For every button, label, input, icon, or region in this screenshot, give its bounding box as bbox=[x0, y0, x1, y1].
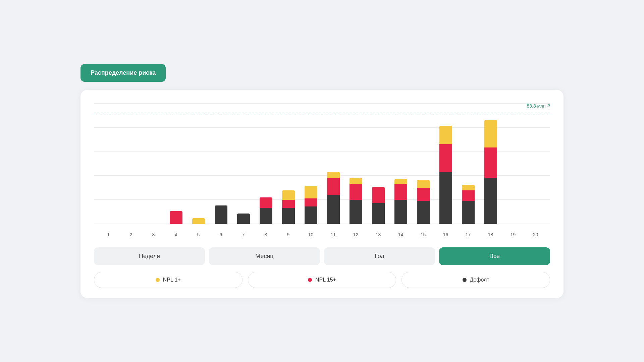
bar-group bbox=[165, 211, 187, 224]
segment-default bbox=[327, 195, 340, 224]
bar-group bbox=[187, 218, 210, 224]
legend-item: NPL 1+ bbox=[94, 272, 243, 288]
x-axis-label: 12 bbox=[344, 232, 367, 237]
legend-item: Дефолт bbox=[401, 272, 550, 288]
bar-stack bbox=[282, 190, 295, 224]
segment-default bbox=[350, 200, 362, 224]
filter-button-год[interactable]: Год bbox=[324, 247, 435, 265]
segment-default bbox=[215, 205, 227, 224]
segment-npl1 bbox=[305, 186, 317, 198]
segment-default bbox=[372, 203, 385, 224]
segment-default bbox=[282, 208, 295, 224]
page-wrapper: Распределение риска 83,8 млн ₽ 123456789… bbox=[80, 64, 564, 298]
bar-stack bbox=[462, 185, 475, 224]
bar-stack bbox=[394, 179, 407, 224]
x-axis-labels: 1234567891011121314151617181920 bbox=[94, 232, 550, 237]
x-axis-label: 4 bbox=[165, 232, 187, 237]
x-axis-label: 8 bbox=[255, 232, 277, 237]
segment-default bbox=[417, 201, 430, 224]
legend-label: Дефолт bbox=[470, 277, 489, 283]
bar-stack bbox=[215, 205, 227, 224]
segment-default bbox=[484, 178, 497, 224]
segment-npl15 bbox=[327, 178, 340, 195]
bar-stack bbox=[372, 187, 385, 224]
bar-stack bbox=[305, 186, 317, 224]
segment-npl15 bbox=[484, 147, 497, 178]
segment-npl1 bbox=[484, 120, 497, 147]
page-title: Распределение риска bbox=[80, 64, 166, 82]
x-axis-label: 20 bbox=[524, 232, 547, 237]
bar-group bbox=[389, 179, 412, 224]
x-axis-label: 9 bbox=[277, 232, 300, 237]
bar-group bbox=[457, 185, 479, 224]
bar-group bbox=[232, 214, 255, 224]
segment-npl15 bbox=[305, 198, 317, 206]
segment-npl15 bbox=[394, 184, 407, 200]
x-axis-label: 14 bbox=[389, 232, 412, 237]
bar-group bbox=[210, 205, 232, 224]
x-axis-label: 15 bbox=[412, 232, 434, 237]
segment-npl15 bbox=[462, 190, 475, 201]
segment-npl15 bbox=[417, 188, 430, 201]
bar-stack bbox=[350, 178, 362, 224]
segment-default bbox=[439, 172, 452, 224]
segment-npl1 bbox=[417, 180, 430, 188]
x-axis-label: 10 bbox=[300, 232, 322, 237]
bar-group bbox=[344, 178, 367, 224]
x-axis-label: 16 bbox=[434, 232, 457, 237]
chart-area: 83,8 млн ₽ 12345678910111213141516171819… bbox=[94, 103, 550, 237]
legend-row: NPL 1+NPL 15+Дефолт bbox=[94, 272, 550, 288]
legend-dot bbox=[156, 278, 160, 282]
legend-dot bbox=[308, 278, 312, 282]
filter-button-месяц[interactable]: Месяц bbox=[209, 247, 320, 265]
segment-default bbox=[305, 206, 317, 224]
segment-npl15 bbox=[372, 187, 385, 203]
filter-button-неделя[interactable]: Неделя bbox=[94, 247, 205, 265]
bar-stack bbox=[192, 218, 205, 224]
bar-stack bbox=[327, 172, 340, 224]
filter-row: НеделяМесяцГодВсе bbox=[94, 247, 550, 265]
segment-npl15 bbox=[439, 144, 452, 172]
bar-group bbox=[367, 187, 389, 224]
x-axis-label: 7 bbox=[232, 232, 255, 237]
bar-group bbox=[277, 190, 300, 224]
legend-item: NPL 15+ bbox=[248, 272, 396, 288]
legend-dot bbox=[463, 278, 467, 282]
bar-stack bbox=[170, 211, 182, 224]
segment-npl15 bbox=[282, 200, 295, 208]
x-axis-label: 13 bbox=[367, 232, 389, 237]
segment-npl1 bbox=[327, 172, 340, 178]
x-axis-label: 18 bbox=[479, 232, 502, 237]
legend-label: NPL 15+ bbox=[315, 277, 336, 283]
x-axis-label: 2 bbox=[120, 232, 142, 237]
x-axis-label: 17 bbox=[457, 232, 479, 237]
x-axis-label: 5 bbox=[187, 232, 210, 237]
segment-default bbox=[462, 201, 475, 224]
bar-stack bbox=[260, 197, 272, 224]
segment-npl15 bbox=[170, 211, 182, 224]
x-axis-label: 11 bbox=[322, 232, 344, 237]
segment-npl1 bbox=[462, 185, 475, 190]
x-axis-label: 1 bbox=[97, 232, 120, 237]
segment-npl15 bbox=[350, 184, 362, 200]
filter-button-все[interactable]: Все bbox=[439, 247, 550, 265]
bar-stack bbox=[439, 126, 452, 224]
main-card: 83,8 млн ₽ 12345678910111213141516171819… bbox=[80, 90, 564, 298]
segment-npl1 bbox=[439, 126, 452, 144]
bar-stack bbox=[484, 120, 497, 224]
segment-npl1 bbox=[192, 218, 205, 224]
segment-npl1 bbox=[394, 179, 407, 184]
bar-group bbox=[479, 120, 502, 224]
segment-npl1 bbox=[282, 190, 295, 200]
bar-group bbox=[412, 180, 434, 224]
segment-default bbox=[394, 200, 407, 224]
segment-default bbox=[260, 208, 272, 224]
bar-stack bbox=[237, 214, 250, 224]
bar-group bbox=[255, 197, 277, 224]
bar-group bbox=[300, 186, 322, 224]
bar-stack bbox=[417, 180, 430, 224]
bar-group bbox=[322, 172, 344, 224]
legend-label: NPL 1+ bbox=[163, 277, 181, 283]
bars-container bbox=[94, 103, 550, 224]
segment-default bbox=[237, 214, 250, 224]
